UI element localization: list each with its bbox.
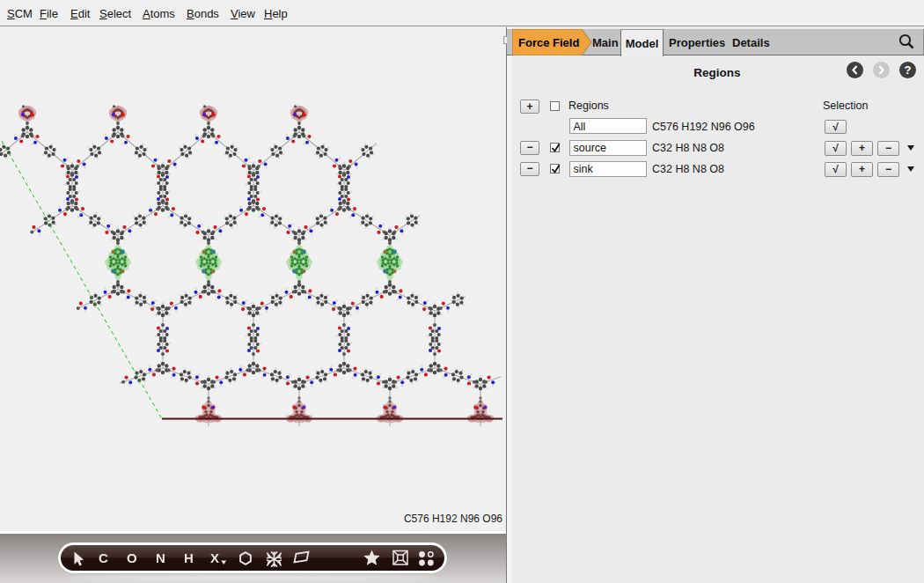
svg-text:?: ?	[904, 63, 911, 77]
